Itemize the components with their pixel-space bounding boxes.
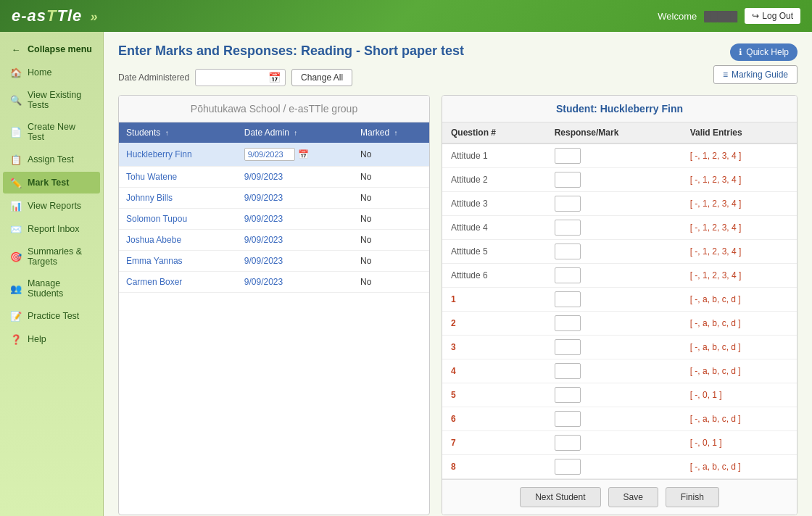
sidebar-item-report-inbox[interactable]: ✉️ Report Inbox [3,218,100,240]
sidebar-label-view-reports: View Reports [28,201,81,211]
reports-icon: 📊 [10,200,22,212]
col-header-students: Students ↑ [119,122,237,143]
save-button[interactable]: Save [608,487,658,507]
table-row[interactable]: Joshua Abebe9/09/2023No [119,230,429,251]
app-logo: e-asTTle » [12,7,658,25]
col-header-marked: Marked ↑ [353,122,429,143]
date-input[interactable] [200,72,265,83]
response-input-attitude4[interactable] [555,220,581,236]
valid-entries-cell: [ -, a, b, c, d ] [682,312,797,336]
sidebar-item-manage-students[interactable]: 👥 Manage Students [3,273,100,304]
valid-entries-cell: [ -, 0, 1 ] [682,431,797,455]
response-input-attitude3[interactable] [555,196,581,212]
response-cell [546,359,682,383]
sidebar-item-help[interactable]: ❓ Help [3,328,100,350]
page-title: Enter Marks and Responses: Reading - Sho… [118,43,464,59]
sidebar-item-create-new[interactable]: 📄 Create New Test [3,117,100,147]
marked-sort-arrow: ↑ [394,129,397,137]
sidebar-label-home: Home [28,67,51,78]
question-label: Attitude 2 [442,168,546,192]
table-row[interactable]: Johnny Bills9/09/2023No [119,188,429,209]
question-label: 2 [442,312,546,336]
response-input-q5[interactable] [555,387,581,403]
sidebar-item-home[interactable]: 🏠 Home [3,62,100,83]
marked-cell: No [353,272,429,293]
change-all-button[interactable]: Change All [291,69,352,86]
sidebar-item-summaries[interactable]: 🎯 Summaries & Targets [3,241,100,272]
sidebar-collapse[interactable]: ← Collapse menu [3,38,100,60]
sidebar-item-view-existing[interactable]: 🔍 View Existing Tests [3,85,100,115]
response-input-q1[interactable] [555,291,581,307]
table-row[interactable]: Huckleberry Finn📅No [119,143,429,167]
sidebar-item-view-reports[interactable]: 📊 View Reports [3,195,100,217]
search-icon: 🔍 [10,94,22,106]
response-input-q6[interactable] [555,411,581,427]
finish-button[interactable]: Finish [666,487,719,507]
group-name: / e-asTTle group [281,103,358,115]
response-input-attitude5[interactable] [555,244,581,259]
question-row: 7[ -, 0, 1 ] [442,431,797,455]
response-input-q4[interactable] [555,363,581,379]
table-row[interactable]: Tohu Watene9/09/2023No [119,167,429,188]
response-input-attitude2[interactable] [555,172,581,188]
sidebar-item-mark-test[interactable]: ✏️ Mark Test [3,172,100,194]
students-sort-arrow: ↑ [165,129,169,137]
quick-help-button[interactable]: ℹ Quick Help [730,43,798,61]
logout-button[interactable]: ↪ Log Out [745,8,800,24]
sidebar: ← Collapse menu 🏠 Home 🔍 View Existing T… [0,32,104,516]
main-layout: ← Collapse menu 🏠 Home 🔍 View Existing T… [0,32,812,516]
sidebar-label-summaries: Summaries & Targets [28,246,93,267]
question-label: Attitude 1 [442,143,546,168]
response-input-attitude1[interactable] [555,148,581,164]
question-row: Attitude 2[ -, 1, 2, 3, 4 ] [442,168,797,192]
practice-icon: 📝 [10,310,22,322]
response-input-q2[interactable] [555,315,581,331]
date-sort-arrow: ↑ [294,129,297,137]
quick-help-label: Quick Help [746,47,789,57]
question-row: Attitude 3[ -, 1, 2, 3, 4 ] [442,192,797,216]
response-cell [546,383,682,407]
logo-arrows: » [90,9,98,24]
question-row: 6[ -, a, b, c, d ] [442,407,797,431]
next-student-button[interactable]: Next Student [520,487,600,507]
response-input-attitude6[interactable] [555,267,581,283]
question-row: 2[ -, a, b, c, d ] [442,312,797,336]
date-cell: 9/09/2023 [237,251,353,272]
questions-panel: Student: Huckleberry Finn Question # Res… [442,95,798,515]
question-label: Attitude 6 [442,264,546,288]
response-cell [546,312,682,336]
question-row: 5[ -, 0, 1 ] [442,383,797,407]
response-input-q3[interactable] [555,339,581,355]
response-cell [546,143,682,168]
welcome-label: Welcome [658,11,697,22]
date-cell: 9/09/2023 [237,188,353,209]
question-row: 3[ -, a, b, c, d ] [442,336,797,359]
question-label: 6 [442,407,546,431]
marking-guide-button[interactable]: ≡ Marking Guide [713,65,798,84]
sidebar-item-assign-test[interactable]: 📋 Assign Test [3,149,100,170]
logout-label: Log Out [762,11,793,21]
questions-table: Question # Response/Mark Valid Entries A… [442,122,797,479]
collapse-icon: ← [10,43,22,55]
create-icon: 📄 [10,126,22,138]
student-name-cell: Johnny Bills [119,188,237,209]
row-calendar-icon[interactable]: 📅 [298,149,309,159]
logout-icon: ↪ [752,11,759,21]
table-row[interactable]: Emma Yannas9/09/2023No [119,251,429,272]
response-input-q8[interactable] [555,459,581,475]
sidebar-item-practice-test[interactable]: 📝 Practice Test [3,305,100,327]
question-row: Attitude 6[ -, 1, 2, 3, 4 ] [442,264,797,288]
response-cell [546,288,682,312]
calendar-icon[interactable]: 📅 [268,72,281,83]
table-row[interactable]: Solomon Tupou9/09/2023No [119,209,429,230]
student-date-input[interactable] [244,148,295,161]
question-label: 3 [442,336,546,359]
response-input-q7[interactable] [555,435,581,451]
sidebar-label-help: Help [28,334,46,344]
help-circle-icon: ℹ [739,47,742,57]
response-cell [546,431,682,455]
valid-entries-cell: [ -, 1, 2, 3, 4 ] [682,168,797,192]
sidebar-label-create-new: Create New Test [28,122,93,142]
table-row[interactable]: Carmen Boxer9/09/2023No [119,272,429,293]
student-name-cell: Carmen Boxer [119,272,237,293]
